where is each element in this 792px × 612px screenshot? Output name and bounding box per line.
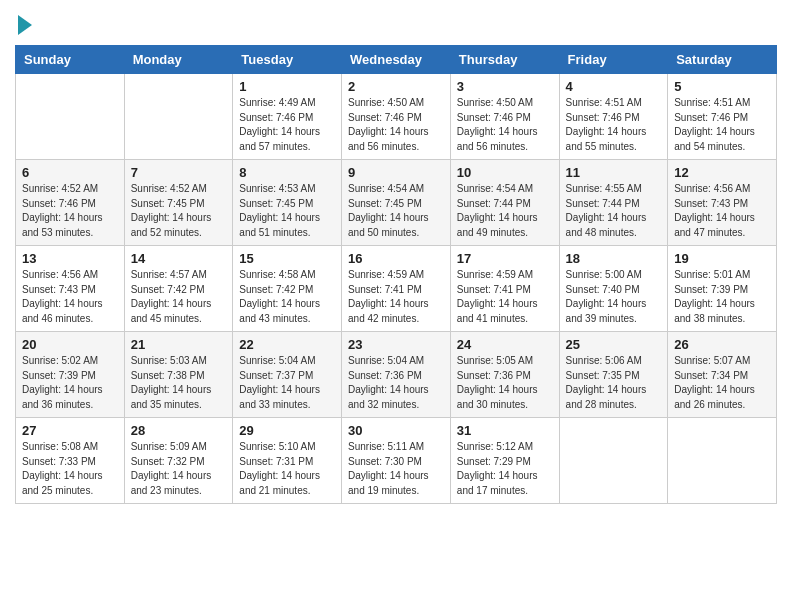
calendar-week-2: 6Sunrise: 4:52 AM Sunset: 7:46 PM Daylig… — [16, 160, 777, 246]
day-info: Sunrise: 5:04 AM Sunset: 7:37 PM Dayligh… — [239, 354, 335, 412]
calendar-cell: 2Sunrise: 4:50 AM Sunset: 7:46 PM Daylig… — [342, 74, 451, 160]
day-number: 30 — [348, 423, 444, 438]
day-info: Sunrise: 4:56 AM Sunset: 7:43 PM Dayligh… — [674, 182, 770, 240]
calendar-cell — [559, 418, 668, 504]
calendar-cell: 24Sunrise: 5:05 AM Sunset: 7:36 PM Dayli… — [450, 332, 559, 418]
calendar-cell: 22Sunrise: 5:04 AM Sunset: 7:37 PM Dayli… — [233, 332, 342, 418]
calendar-cell: 16Sunrise: 4:59 AM Sunset: 7:41 PM Dayli… — [342, 246, 451, 332]
day-info: Sunrise: 5:11 AM Sunset: 7:30 PM Dayligh… — [348, 440, 444, 498]
day-number: 29 — [239, 423, 335, 438]
day-info: Sunrise: 4:50 AM Sunset: 7:46 PM Dayligh… — [348, 96, 444, 154]
day-info: Sunrise: 4:50 AM Sunset: 7:46 PM Dayligh… — [457, 96, 553, 154]
calendar-table: SundayMondayTuesdayWednesdayThursdayFrid… — [15, 45, 777, 504]
day-number: 4 — [566, 79, 662, 94]
day-info: Sunrise: 5:05 AM Sunset: 7:36 PM Dayligh… — [457, 354, 553, 412]
calendar-cell: 29Sunrise: 5:10 AM Sunset: 7:31 PM Dayli… — [233, 418, 342, 504]
calendar-week-3: 13Sunrise: 4:56 AM Sunset: 7:43 PM Dayli… — [16, 246, 777, 332]
calendar-cell: 21Sunrise: 5:03 AM Sunset: 7:38 PM Dayli… — [124, 332, 233, 418]
calendar-cell: 17Sunrise: 4:59 AM Sunset: 7:41 PM Dayli… — [450, 246, 559, 332]
day-number: 8 — [239, 165, 335, 180]
day-info: Sunrise: 5:01 AM Sunset: 7:39 PM Dayligh… — [674, 268, 770, 326]
day-number: 6 — [22, 165, 118, 180]
calendar-cell: 20Sunrise: 5:02 AM Sunset: 7:39 PM Dayli… — [16, 332, 125, 418]
day-info: Sunrise: 4:54 AM Sunset: 7:45 PM Dayligh… — [348, 182, 444, 240]
calendar-header-monday: Monday — [124, 46, 233, 74]
day-info: Sunrise: 4:58 AM Sunset: 7:42 PM Dayligh… — [239, 268, 335, 326]
calendar-cell: 30Sunrise: 5:11 AM Sunset: 7:30 PM Dayli… — [342, 418, 451, 504]
day-info: Sunrise: 4:59 AM Sunset: 7:41 PM Dayligh… — [348, 268, 444, 326]
day-number: 7 — [131, 165, 227, 180]
day-info: Sunrise: 4:53 AM Sunset: 7:45 PM Dayligh… — [239, 182, 335, 240]
day-number: 23 — [348, 337, 444, 352]
calendar-header-tuesday: Tuesday — [233, 46, 342, 74]
day-number: 9 — [348, 165, 444, 180]
calendar-cell: 3Sunrise: 4:50 AM Sunset: 7:46 PM Daylig… — [450, 74, 559, 160]
day-number: 24 — [457, 337, 553, 352]
day-number: 3 — [457, 79, 553, 94]
day-info: Sunrise: 5:02 AM Sunset: 7:39 PM Dayligh… — [22, 354, 118, 412]
day-info: Sunrise: 4:55 AM Sunset: 7:44 PM Dayligh… — [566, 182, 662, 240]
calendar-header-friday: Friday — [559, 46, 668, 74]
calendar-cell: 14Sunrise: 4:57 AM Sunset: 7:42 PM Dayli… — [124, 246, 233, 332]
day-number: 14 — [131, 251, 227, 266]
day-info: Sunrise: 4:49 AM Sunset: 7:46 PM Dayligh… — [239, 96, 335, 154]
day-number: 31 — [457, 423, 553, 438]
calendar-cell: 23Sunrise: 5:04 AM Sunset: 7:36 PM Dayli… — [342, 332, 451, 418]
calendar-cell: 13Sunrise: 4:56 AM Sunset: 7:43 PM Dayli… — [16, 246, 125, 332]
calendar-cell: 12Sunrise: 4:56 AM Sunset: 7:43 PM Dayli… — [668, 160, 777, 246]
day-number: 13 — [22, 251, 118, 266]
logo-triangle-icon — [18, 15, 32, 35]
day-info: Sunrise: 4:52 AM Sunset: 7:46 PM Dayligh… — [22, 182, 118, 240]
calendar-cell: 15Sunrise: 4:58 AM Sunset: 7:42 PM Dayli… — [233, 246, 342, 332]
calendar-cell: 27Sunrise: 5:08 AM Sunset: 7:33 PM Dayli… — [16, 418, 125, 504]
day-info: Sunrise: 5:04 AM Sunset: 7:36 PM Dayligh… — [348, 354, 444, 412]
page-header — [15, 15, 777, 35]
day-info: Sunrise: 5:10 AM Sunset: 7:31 PM Dayligh… — [239, 440, 335, 498]
calendar-body: 1Sunrise: 4:49 AM Sunset: 7:46 PM Daylig… — [16, 74, 777, 504]
calendar-cell: 9Sunrise: 4:54 AM Sunset: 7:45 PM Daylig… — [342, 160, 451, 246]
day-info: Sunrise: 4:54 AM Sunset: 7:44 PM Dayligh… — [457, 182, 553, 240]
calendar-cell: 5Sunrise: 4:51 AM Sunset: 7:46 PM Daylig… — [668, 74, 777, 160]
day-info: Sunrise: 4:51 AM Sunset: 7:46 PM Dayligh… — [674, 96, 770, 154]
day-number: 1 — [239, 79, 335, 94]
day-number: 16 — [348, 251, 444, 266]
day-number: 10 — [457, 165, 553, 180]
day-number: 21 — [131, 337, 227, 352]
day-number: 27 — [22, 423, 118, 438]
day-number: 20 — [22, 337, 118, 352]
calendar-cell: 26Sunrise: 5:07 AM Sunset: 7:34 PM Dayli… — [668, 332, 777, 418]
day-number: 25 — [566, 337, 662, 352]
calendar-cell: 6Sunrise: 4:52 AM Sunset: 7:46 PM Daylig… — [16, 160, 125, 246]
calendar-week-1: 1Sunrise: 4:49 AM Sunset: 7:46 PM Daylig… — [16, 74, 777, 160]
calendar-cell: 19Sunrise: 5:01 AM Sunset: 7:39 PM Dayli… — [668, 246, 777, 332]
day-number: 26 — [674, 337, 770, 352]
day-info: Sunrise: 4:59 AM Sunset: 7:41 PM Dayligh… — [457, 268, 553, 326]
calendar-cell: 7Sunrise: 4:52 AM Sunset: 7:45 PM Daylig… — [124, 160, 233, 246]
calendar-cell — [124, 74, 233, 160]
day-number: 17 — [457, 251, 553, 266]
calendar-header-row: SundayMondayTuesdayWednesdayThursdayFrid… — [16, 46, 777, 74]
calendar-cell: 10Sunrise: 4:54 AM Sunset: 7:44 PM Dayli… — [450, 160, 559, 246]
calendar-week-5: 27Sunrise: 5:08 AM Sunset: 7:33 PM Dayli… — [16, 418, 777, 504]
calendar-cell — [668, 418, 777, 504]
calendar-cell: 31Sunrise: 5:12 AM Sunset: 7:29 PM Dayli… — [450, 418, 559, 504]
day-number: 15 — [239, 251, 335, 266]
day-number: 5 — [674, 79, 770, 94]
day-number: 19 — [674, 251, 770, 266]
logo — [15, 15, 32, 35]
day-info: Sunrise: 5:06 AM Sunset: 7:35 PM Dayligh… — [566, 354, 662, 412]
calendar-cell: 28Sunrise: 5:09 AM Sunset: 7:32 PM Dayli… — [124, 418, 233, 504]
day-number: 2 — [348, 79, 444, 94]
day-info: Sunrise: 5:07 AM Sunset: 7:34 PM Dayligh… — [674, 354, 770, 412]
day-info: Sunrise: 5:03 AM Sunset: 7:38 PM Dayligh… — [131, 354, 227, 412]
calendar-cell: 8Sunrise: 4:53 AM Sunset: 7:45 PM Daylig… — [233, 160, 342, 246]
calendar-header-thursday: Thursday — [450, 46, 559, 74]
day-info: Sunrise: 4:52 AM Sunset: 7:45 PM Dayligh… — [131, 182, 227, 240]
day-info: Sunrise: 5:09 AM Sunset: 7:32 PM Dayligh… — [131, 440, 227, 498]
calendar-header-saturday: Saturday — [668, 46, 777, 74]
calendar-cell: 1Sunrise: 4:49 AM Sunset: 7:46 PM Daylig… — [233, 74, 342, 160]
calendar-cell — [16, 74, 125, 160]
day-info: Sunrise: 4:51 AM Sunset: 7:46 PM Dayligh… — [566, 96, 662, 154]
calendar-cell: 11Sunrise: 4:55 AM Sunset: 7:44 PM Dayli… — [559, 160, 668, 246]
day-info: Sunrise: 4:56 AM Sunset: 7:43 PM Dayligh… — [22, 268, 118, 326]
